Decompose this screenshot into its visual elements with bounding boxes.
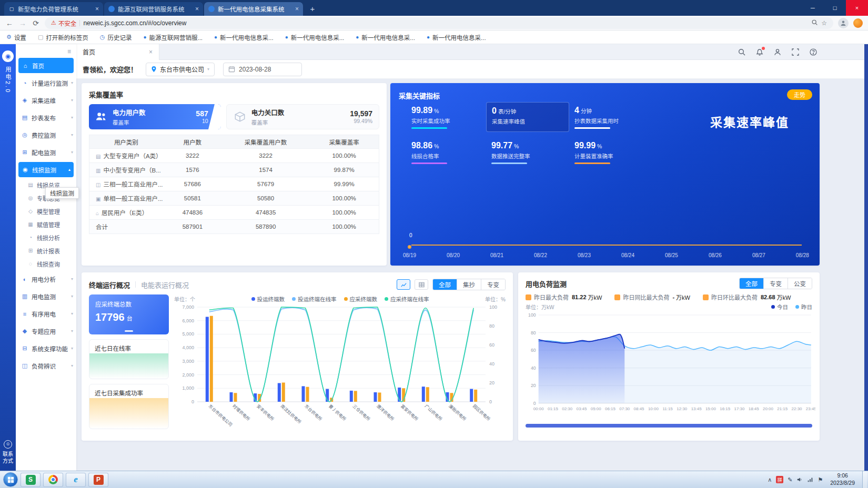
power-users-card: 电力用户数 覆盖率 587 10 [89, 104, 221, 129]
input-method-icon[interactable]: 拼 [776, 476, 783, 483]
chart-view-button[interactable] [397, 279, 410, 290]
table-view-button[interactable] [415, 279, 428, 290]
panel-tab[interactable]: 电能表运行概况 [141, 280, 189, 290]
filter-option[interactable]: 专变 [763, 278, 788, 289]
sidebar-collapse-icon[interactable]: ≡ [67, 48, 71, 55]
bookmark-item[interactable]: ⚙设置 [6, 33, 26, 42]
legend-item[interactable]: 应采终端数 [344, 295, 378, 303]
minimize-button[interactable]: ─ [802, 0, 824, 16]
browser-tab[interactable]: 能源互联网营销服务系统× [104, 2, 203, 16]
security-chip[interactable]: ⚠不安全 [51, 19, 76, 27]
taskbar-ie-icon[interactable]: e [66, 473, 86, 487]
fullscreen-icon[interactable] [791, 48, 800, 56]
svg-text:05:00: 05:00 [591, 406, 602, 411]
filter-option[interactable]: 专变 [481, 279, 505, 290]
sidebar-item[interactable]: ◐用电分析▾ [16, 270, 76, 288]
bell-icon[interactable] [755, 48, 764, 56]
trend-button[interactable]: 走势 [787, 89, 812, 100]
panel-title: 用电负荷监测 [526, 279, 567, 289]
page-tab-home[interactable]: 首页 × [76, 44, 159, 60]
zoom-icon[interactable] [811, 19, 818, 27]
sidebar-item[interactable]: ◆专题应用▾ [16, 322, 76, 340]
bookmark-item[interactable]: ●新一代用电信息采... [427, 33, 486, 42]
system-tray: ∧ 拼 ✎ ⚑ 9:06 2023/8/29 [768, 471, 868, 488]
date-picker[interactable]: 2023-08-28 [223, 63, 302, 76]
taskbar-ppt-icon[interactable]: P [88, 473, 108, 487]
taskbar-clock[interactable]: 9:06 2023/8/29 [830, 472, 855, 486]
chevron-down-icon: ▾ [71, 311, 73, 316]
new-tab-button[interactable]: + [306, 2, 319, 15]
timeline-date-label: 08/27 [752, 252, 765, 258]
sidebar-item[interactable]: ≡有序用电▾ [16, 305, 76, 322]
bookmark-item[interactable]: ▢打开新的标签页 [38, 33, 88, 42]
search-icon[interactable] [738, 48, 746, 56]
bookmark-item[interactable]: ●能源互联网营销服... [143, 33, 203, 42]
sidebar-subitem[interactable]: ▦赋值管理 [16, 218, 76, 231]
start-button[interactable] [3, 472, 18, 487]
bookmark-star-icon[interactable]: ☆ [821, 19, 827, 27]
close-button[interactable]: × [846, 0, 868, 16]
bookmark-item[interactable]: ●新一代用电信息采... [214, 33, 274, 42]
sidebar-item[interactable]: ⊞配电监测▾ [16, 144, 76, 161]
scrollbar[interactable] [864, 44, 868, 471]
reload-icon[interactable]: ⟳ [32, 19, 40, 27]
sidebar-item[interactable]: ◈采集运维▾ [16, 92, 76, 109]
sidebar-item[interactable]: ▥用电监测▾ [16, 288, 76, 305]
help-icon[interactable] [809, 48, 817, 56]
legend-item[interactable]: 昨日 [795, 303, 812, 311]
tab-close-icon[interactable]: × [295, 5, 299, 13]
tray-expand-icon[interactable]: ∧ [768, 476, 772, 483]
bookmark-item[interactable]: ●新一代用电信息采... [356, 33, 415, 42]
sidebar-item[interactable]: ◫负荷辨识▾ [16, 357, 76, 374]
tab-favicon-icon: ▢ [8, 6, 15, 12]
sidebar-item[interactable]: ⊟系统支撑功能▾ [16, 340, 76, 357]
taskbar-chrome-icon[interactable] [43, 473, 63, 487]
sidebar-subitem[interactable]: ⊞统计报表 [16, 244, 76, 257]
chevron-down-icon: ▾ [71, 329, 73, 333]
bookmark-item[interactable]: ◷历史记录 [100, 33, 132, 42]
user-icon[interactable] [773, 48, 782, 56]
filter-option[interactable]: 全部 [433, 279, 457, 290]
browser-tab[interactable]: ▢新型电力负荷管理系统× [4, 2, 103, 16]
sidebar-subitem[interactable]: ◔线损分析 [16, 231, 76, 244]
taskbar-wps-icon[interactable]: S [21, 473, 41, 487]
network-icon[interactable] [807, 476, 813, 483]
contact-block[interactable]: ☺ 联系 方式 [3, 440, 13, 464]
panel-tab[interactable]: 终端运行概况 [89, 280, 130, 290]
tab-close-icon[interactable]: × [95, 5, 99, 13]
legend-item[interactable]: 应采终端在线率 [385, 295, 429, 303]
browser-profile-icon[interactable] [838, 18, 849, 28]
browser-tab[interactable]: 新一代用电信息采集系统× [204, 2, 303, 16]
back-icon[interactable]: ← [5, 19, 14, 27]
address-bar[interactable]: ⚠不安全 neweic.js.sgcc.com.cn/#/oc/overview… [45, 17, 833, 29]
collection-coverage-panel: 采集覆盖率 电力用户数 覆盖率 587 10 [82, 83, 387, 266]
sidebar-item[interactable]: ◔计量运行监测▾ [16, 74, 76, 92]
duty-icon: ◎ [27, 195, 34, 201]
pen-icon[interactable]: ✎ [788, 476, 792, 483]
svg-text:100: 100 [489, 304, 497, 310]
sidebar-subitem[interactable]: ◌线损查询 [16, 257, 76, 270]
bookmark-item[interactable]: ●新一代用电信息采... [285, 33, 345, 42]
browser-update-icon[interactable] [853, 18, 863, 28]
volume-icon[interactable] [796, 476, 803, 483]
legend-item[interactable]: 今日 [771, 303, 788, 311]
sidebar-subitem[interactable]: ◇模型管理 [16, 205, 76, 218]
forward-icon[interactable]: → [18, 19, 27, 27]
page-tab-close-icon[interactable]: × [149, 48, 153, 56]
legend-item[interactable]: 投运终端在线率 [292, 295, 337, 303]
filter-option[interactable]: 集抄 [457, 279, 481, 290]
filter-option[interactable]: 全部 [740, 278, 763, 289]
legend-item[interactable]: 投运终端数 [251, 295, 285, 303]
sidebar-item[interactable]: ◎费控监测▾ [16, 126, 76, 144]
filter-option[interactable]: 公变 [788, 278, 812, 289]
tab-close-icon[interactable]: × [195, 5, 199, 13]
sidebar-item[interactable]: ◉线损监测▴ [18, 162, 74, 177]
maximize-button[interactable]: □ [824, 0, 846, 16]
sidebar-item[interactable]: ⌂首页 [18, 58, 74, 73]
sidebar-item[interactable]: ▤抄表发布▾ [16, 109, 76, 126]
flag-icon[interactable]: ⚑ [817, 476, 823, 483]
org-select[interactable]: 东台市供电公司 ▾ [146, 63, 215, 76]
datazoom-slider[interactable] [526, 424, 812, 428]
show-desktop-button[interactable] [862, 471, 867, 488]
svg-text:15:00: 15:00 [705, 406, 716, 411]
